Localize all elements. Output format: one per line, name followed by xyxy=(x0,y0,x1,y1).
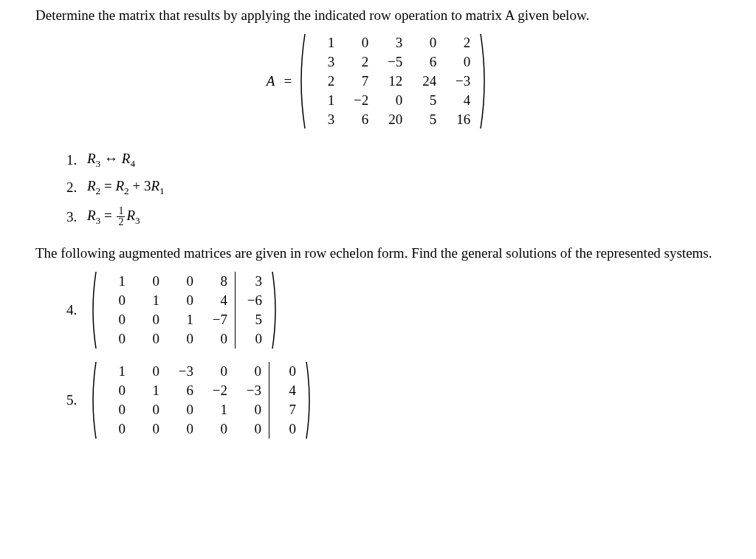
prompt-row-op: Determine the matrix that results by app… xyxy=(35,6,721,25)
matrix-A-label: A xyxy=(267,73,275,89)
question-5: 5. 10−3000 016−2−34 000107 000000 xyxy=(66,360,721,440)
left-paren-icon xyxy=(296,32,306,130)
right-paren-icon xyxy=(479,32,489,130)
matrix-A-block: A = 10302 32−560 271224−3 1−2054 3620516 xyxy=(35,32,721,130)
question-4: 4. 10083 0104−6 001−75 00000 xyxy=(66,270,721,350)
equals-sign: = xyxy=(284,73,292,89)
row-op-list: 1. R3 ↔ R4 2. R2 = R2 + 3R1 3. R3 = 12R3 xyxy=(66,151,721,228)
row-op-2: 2. R2 = R2 + 3R1 xyxy=(66,178,721,197)
row-op-3: 3. R3 = 12R3 xyxy=(66,206,721,227)
matrix-A: 10302 32−560 271224−3 1−2054 3620516 xyxy=(308,33,478,129)
prompt-augmented: The following augmented matrices are giv… xyxy=(35,244,721,263)
row-op-1: 1. R3 ↔ R4 xyxy=(66,151,721,170)
left-paren-icon xyxy=(89,360,97,440)
left-paren-icon xyxy=(89,270,97,350)
right-paren-icon xyxy=(271,270,280,350)
matrix-q4: 10083 0104−6 001−75 00000 xyxy=(99,272,269,349)
right-paren-icon xyxy=(305,360,314,440)
matrix-q5: 10−3000 016−2−34 000107 000000 xyxy=(99,362,303,439)
